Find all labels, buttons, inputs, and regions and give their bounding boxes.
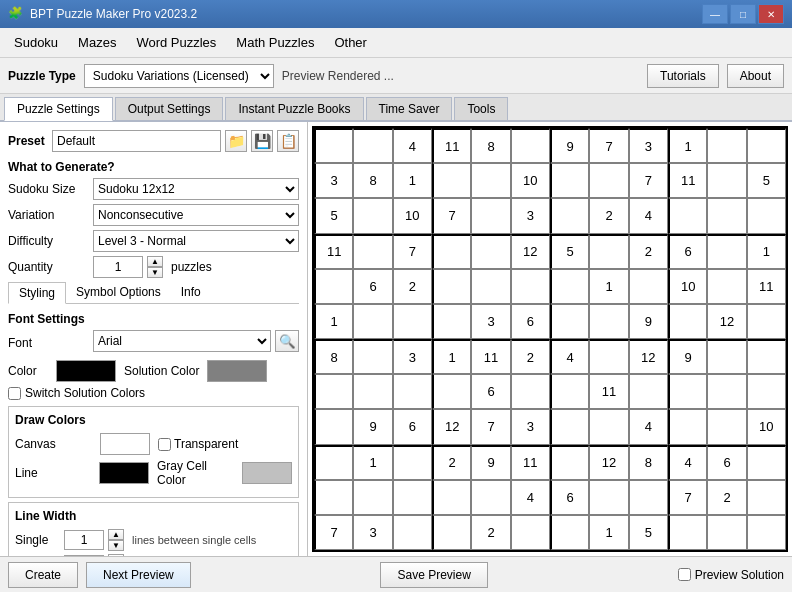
sudoku-cell: 7 [393, 234, 432, 269]
quantity-input[interactable] [93, 256, 143, 278]
menu-word-puzzles[interactable]: Word Puzzles [126, 31, 226, 54]
puzzle-type-select[interactable]: Sudoku Variations (Licensed) [84, 64, 274, 88]
menu-mazes[interactable]: Mazes [68, 31, 126, 54]
sudoku-cell [393, 374, 432, 409]
preset-save-button[interactable]: 💾 [251, 130, 273, 152]
app-title: BPT Puzzle Maker Pro v2023.2 [30, 7, 702, 21]
tab-tools[interactable]: Tools [454, 97, 508, 120]
save-preview-button[interactable]: Save Preview [380, 562, 487, 588]
solution-color-label: Solution Color [124, 364, 199, 378]
draw-colors-section: Draw Colors Canvas Transparent Line Gray… [8, 406, 299, 498]
sudoku-cell [471, 480, 510, 515]
sudoku-cell [707, 409, 746, 444]
sudoku-cell [511, 374, 550, 409]
box3-input[interactable] [64, 555, 104, 556]
sudoku-size-row: Sudoku Size Sudoku 12x12 [8, 178, 299, 200]
next-preview-button[interactable]: Next Preview [86, 562, 191, 588]
sudoku-cell [589, 163, 628, 198]
single-down[interactable]: ▼ [108, 540, 124, 551]
preset-row: Preset Default 📁 💾 📋 [8, 130, 299, 152]
switch-colors-checkbox[interactable] [8, 387, 21, 400]
preset-save-as-button[interactable]: 📋 [277, 130, 299, 152]
tab-time-saver[interactable]: Time Saver [366, 97, 453, 120]
box3-up[interactable]: ▲ [108, 554, 124, 556]
transparent-checkbox[interactable] [158, 438, 171, 451]
sudoku-cell [747, 304, 786, 339]
menu-other[interactable]: Other [324, 31, 377, 54]
sudoku-cell: 5 [629, 515, 668, 550]
sudoku-cell: 9 [471, 445, 510, 480]
sudoku-cell: 12 [511, 234, 550, 269]
sudoku-cell: 3 [629, 128, 668, 163]
preset-label: Preset [8, 134, 48, 148]
sudoku-cell [471, 234, 510, 269]
style-tab-styling[interactable]: Styling [8, 282, 66, 304]
sudoku-cell: 5 [550, 234, 589, 269]
sudoku-cell [353, 128, 392, 163]
sudoku-cell: 1 [589, 515, 628, 550]
sudoku-size-select[interactable]: Sudoku 12x12 [93, 178, 299, 200]
sudoku-cell: 12 [589, 445, 628, 480]
sudoku-cell [314, 409, 353, 444]
tab-instant-books[interactable]: Instant Puzzle Books [225, 97, 363, 120]
line-color-swatch[interactable] [99, 462, 149, 484]
sudoku-cell: 9 [353, 409, 392, 444]
bottom-bar: Create Next Preview Save Preview Preview… [0, 556, 792, 592]
difficulty-select[interactable]: Level 3 - Normal [93, 230, 299, 252]
preview-solution-checkbox[interactable] [678, 568, 691, 581]
font-control: Arial 🔍 [93, 330, 299, 352]
sudoku-cell [589, 234, 628, 269]
preset-input[interactable]: Default [52, 130, 221, 152]
sudoku-cell [668, 304, 707, 339]
sudoku-cell [629, 374, 668, 409]
sudoku-cell [353, 198, 392, 233]
quantity-up[interactable]: ▲ [147, 256, 163, 267]
line-width-section: Line Width Single ▲ ▼ lines between sing… [8, 502, 299, 556]
variation-select[interactable]: Nonconsecutive [93, 204, 299, 226]
single-input[interactable] [64, 530, 104, 550]
menu-sudoku[interactable]: Sudoku [4, 31, 68, 54]
font-select[interactable]: Arial [93, 330, 271, 352]
color-swatch[interactable] [56, 360, 116, 382]
style-tab-symbol-options[interactable]: Symbol Options [66, 282, 171, 303]
sudoku-cell: 6 [393, 409, 432, 444]
create-button[interactable]: Create [8, 562, 78, 588]
sudoku-cell [550, 163, 589, 198]
preset-folder-button[interactable]: 📁 [225, 130, 247, 152]
title-bar-controls: — □ ✕ [702, 4, 784, 24]
menu-math-puzzles[interactable]: Math Puzzles [226, 31, 324, 54]
close-button[interactable]: ✕ [758, 4, 784, 24]
sudoku-cell [393, 304, 432, 339]
sudoku-cell [589, 339, 628, 374]
font-settings-label: Font Settings [8, 312, 299, 326]
canvas-color-swatch[interactable] [100, 433, 150, 455]
about-button[interactable]: About [727, 64, 784, 88]
sudoku-cell: 1 [589, 269, 628, 304]
sudoku-cell: 6 [707, 445, 746, 480]
sudoku-cell [589, 304, 628, 339]
sudoku-cell: 6 [668, 234, 707, 269]
solution-color-swatch[interactable] [207, 360, 267, 382]
style-tab-info[interactable]: Info [171, 282, 211, 303]
variation-label: Variation [8, 208, 93, 222]
sudoku-cell: 12 [629, 339, 668, 374]
gray-cell-swatch[interactable] [242, 462, 292, 484]
font-search-button[interactable]: 🔍 [275, 330, 299, 352]
sudoku-cell: 1 [747, 234, 786, 269]
sudoku-cell: 8 [471, 128, 510, 163]
minimize-button[interactable]: — [702, 4, 728, 24]
quantity-down[interactable]: ▼ [147, 267, 163, 278]
sudoku-cell [707, 374, 746, 409]
sudoku-cell [550, 445, 589, 480]
tutorials-button[interactable]: Tutorials [647, 64, 719, 88]
single-up[interactable]: ▲ [108, 529, 124, 540]
sudoku-cell [747, 445, 786, 480]
color-label: Color [8, 364, 48, 378]
maximize-button[interactable]: □ [730, 4, 756, 24]
tab-output-settings[interactable]: Output Settings [115, 97, 224, 120]
sudoku-cell [393, 515, 432, 550]
sudoku-cell: 9 [629, 304, 668, 339]
main-layout: Preset Default 📁 💾 📋 What to Generate? S… [0, 122, 792, 556]
tab-puzzle-settings[interactable]: Puzzle Settings [4, 97, 113, 121]
sudoku-cell [707, 198, 746, 233]
